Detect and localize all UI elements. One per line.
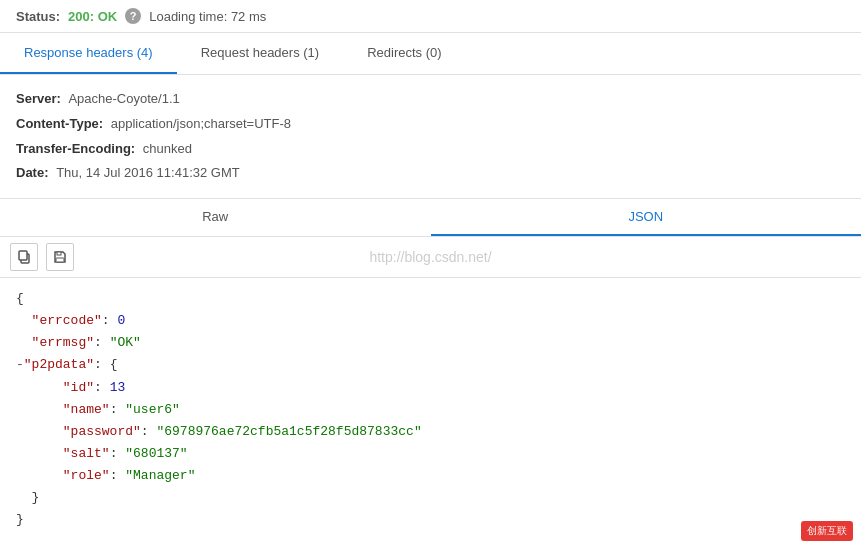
json-errcode: "errcode": 0 [16, 310, 845, 332]
main-tabs: Response headers (4) Request headers (1)… [0, 33, 861, 75]
json-errmsg: "errmsg": "OK" [16, 332, 845, 354]
header-row-transfer-encoding: Transfer-Encoding: chunked [16, 139, 845, 160]
body-section: Raw JSON http://blog.csdn.net/ { "errcod… [0, 199, 861, 541]
status-bar: Status: 200: OK ? Loading time: 72 ms [0, 0, 861, 33]
json-password: "password": "6978976ae72cfb5a1c5f28f5d87… [16, 421, 845, 443]
header-value-content-type: application/json;charset=UTF-8 [111, 116, 291, 131]
loading-time: Loading time: 72 ms [149, 9, 266, 24]
body-toolbar: http://blog.csdn.net/ [0, 237, 861, 278]
header-key-server: Server: [16, 91, 61, 106]
json-salt: "salt": "680137" [16, 443, 845, 465]
header-value-transfer-encoding: chunked [143, 141, 192, 156]
header-row-date: Date: Thu, 14 Jul 2016 11:41:32 GMT [16, 163, 845, 184]
header-key-transfer-encoding: Transfer-Encoding: [16, 141, 135, 156]
header-key-content-type: Content-Type: [16, 116, 103, 131]
status-label: Status: [16, 9, 60, 24]
svg-rect-2 [57, 252, 61, 255]
info-icon[interactable]: ? [125, 8, 141, 24]
json-p2pdata-key: -"p2pdata": { [16, 354, 845, 376]
json-id: "id": 13 [16, 377, 845, 399]
svg-rect-1 [19, 251, 27, 260]
tab-json[interactable]: JSON [431, 199, 862, 236]
json-role: "role": "Manager" [16, 465, 845, 487]
tab-redirects[interactable]: Redirects (0) [343, 33, 465, 74]
watermark: http://blog.csdn.net/ [369, 249, 491, 265]
save-button[interactable] [46, 243, 74, 271]
json-close-brace: } [16, 509, 845, 531]
header-row-server: Server: Apache-Coyote/1.1 [16, 89, 845, 110]
header-row-content-type: Content-Type: application/json;charset=U… [16, 114, 845, 135]
json-open-brace: { [16, 288, 845, 310]
header-value-server: Apache-Coyote/1.1 [68, 91, 179, 106]
response-headers-panel: Server: Apache-Coyote/1.1 Content-Type: … [0, 75, 861, 199]
copy-button[interactable] [10, 243, 38, 271]
status-code: 200: OK [68, 9, 117, 24]
svg-rect-3 [56, 258, 64, 262]
json-name: "name": "user6" [16, 399, 845, 421]
tab-request-headers[interactable]: Request headers (1) [177, 33, 344, 74]
tab-raw[interactable]: Raw [0, 199, 431, 236]
bottom-watermark: 创新互联 [801, 521, 853, 541]
header-value-date: Thu, 14 Jul 2016 11:41:32 GMT [56, 165, 240, 180]
header-key-date: Date: [16, 165, 49, 180]
body-tabs: Raw JSON [0, 199, 861, 237]
json-p2pdata-close: } [16, 487, 845, 509]
json-content: { "errcode": 0 "errmsg": "OK" -"p2pdata"… [0, 278, 861, 541]
tab-response-headers[interactable]: Response headers (4) [0, 33, 177, 74]
